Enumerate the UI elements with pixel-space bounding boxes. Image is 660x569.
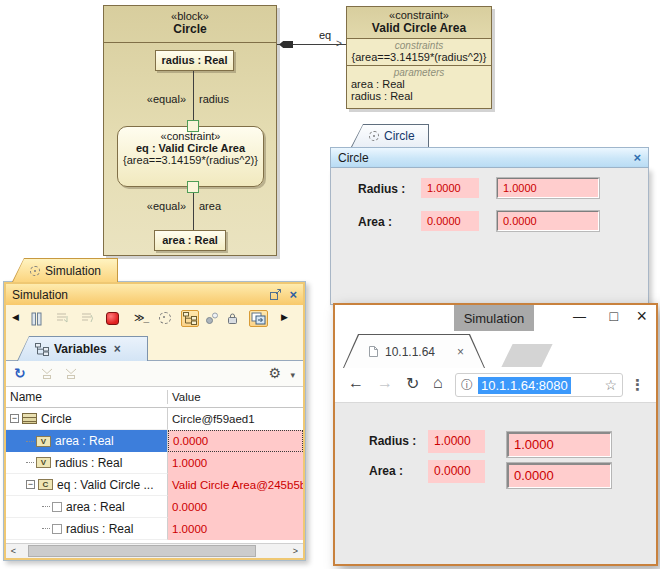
constraints-caption: constraints [347, 40, 491, 51]
chevron-down-icon[interactable]: ▾ [290, 370, 295, 380]
column-name[interactable]: Name [6, 390, 168, 404]
variables-tab-face: Variables × [18, 337, 147, 361]
forward-icon: → [377, 374, 393, 392]
step-into-icon[interactable] [56, 312, 71, 325]
maximize-button[interactable]: □ [610, 308, 618, 324]
radius-output-field: 1.0000 [421, 178, 479, 198]
table-row[interactable]: V radius : Real 1.0000 [6, 452, 303, 474]
console-icon[interactable]: ≫_ [134, 312, 148, 323]
scroll-left-icon[interactable]: < [6, 544, 21, 558]
scroll-right-icon[interactable]: > [288, 544, 303, 558]
table-row[interactable]: − C eq : Valid Circle ... Valid Circle A… [6, 474, 303, 496]
row-value[interactable]: Valid Circle Area@245b5bc [168, 474, 303, 496]
browser-window-title: Simulation [454, 305, 534, 331]
export-collapse-icon[interactable] [40, 367, 54, 380]
binding-connector-area[interactable] [193, 193, 194, 231]
toolbar-overflow-left-icon[interactable]: ◀ [12, 312, 19, 322]
address-bar[interactable]: ⓘ 10.1.1.64:8080 ☆ [455, 373, 623, 397]
tab-close-icon[interactable]: × [457, 345, 464, 359]
circle-panel-titlebar[interactable]: Circle × [330, 147, 649, 168]
info-icon[interactable]: ⓘ [461, 377, 473, 394]
radius-input-field[interactable]: 1.0000 [497, 178, 599, 198]
browser-window: Simulation — □ × 10.1.1.64 × ← → ↻ [333, 303, 658, 566]
instances-icon[interactable] [205, 312, 219, 325]
parameter-area: area : Real [347, 78, 491, 90]
close-button[interactable]: × [636, 306, 647, 327]
eq-connector-diamond [279, 41, 293, 48]
expander-icon[interactable]: − [26, 480, 35, 489]
parameter-icon [52, 502, 62, 512]
close-icon[interactable]: × [289, 288, 297, 301]
variables-table: Name Value − Circle Circle@f59aed1 [6, 387, 303, 543]
circle-panel-tab[interactable]: Circle [351, 124, 429, 147]
stop-icon[interactable] [106, 312, 119, 325]
table-row[interactable]: radius : Real 1.0000 [6, 518, 303, 540]
pause-icon[interactable] [30, 312, 43, 326]
part-area-label: area : Real [162, 234, 218, 246]
bookmark-star-icon[interactable]: ☆ [604, 377, 617, 393]
simulation-panel-tab[interactable]: Simulation [12, 258, 118, 282]
column-value[interactable]: Value [168, 391, 303, 403]
browser-menu-icon[interactable]: ⋮ [630, 376, 645, 394]
radius-output-field: 1.0000 [428, 430, 485, 453]
parameter-port-radius[interactable] [187, 120, 199, 132]
circle-panel: Circle Circle × Radius : 1.0000 1.0000 A… [330, 123, 649, 305]
home-icon[interactable]: ⌂ [433, 374, 443, 392]
float-window-icon[interactable] [270, 289, 282, 300]
circle-panel-tab-label: Circle [384, 129, 415, 143]
simulation-config-icon[interactable] [159, 312, 171, 324]
parameter-icon [52, 524, 62, 534]
parameters-caption: parameters [347, 67, 491, 78]
constraint-block[interactable]: «constraint» Valid Circle Area constrain… [346, 6, 492, 109]
row-value[interactable]: 1.0000 [168, 518, 303, 540]
simulation-config-icon [369, 131, 379, 141]
gear-icon[interactable]: ⚙ [268, 365, 281, 381]
screenshot-root: «block» Circle radius : Real «equal» rad… [0, 0, 660, 569]
expander-icon[interactable]: − [10, 414, 19, 423]
parameter-port-area[interactable] [187, 181, 199, 193]
minimize-button[interactable]: — [573, 309, 586, 324]
browser-tab[interactable]: 10.1.1.64 × [343, 334, 485, 368]
row-value[interactable]: Circle@f59aed1 [168, 408, 303, 430]
radius-label: Radius : [369, 434, 416, 448]
area-input-field[interactable]: 0.0000 [497, 211, 599, 231]
table-header[interactable]: Name Value [6, 387, 303, 408]
constraint-property[interactable]: «constraint» eq : Valid Circle Area {are… [117, 126, 264, 187]
open-ui-window-button[interactable] [249, 310, 268, 327]
block-circle-header: «block» Circle [104, 6, 276, 43]
export-expand-icon[interactable] [64, 367, 78, 380]
simulation-titlebar[interactable]: Simulation × [6, 284, 303, 305]
reload-icon[interactable]: ↻ [406, 374, 419, 393]
row-value[interactable]: 0.0000 [168, 496, 303, 518]
constraint-block-stereotype: «constraint» [347, 9, 491, 21]
horizontal-scrollbar[interactable]: < > [6, 543, 303, 558]
area-input-field[interactable]: 0.0000 [507, 463, 611, 488]
back-icon[interactable]: ← [348, 374, 364, 392]
url-text-selected[interactable]: 10.1.1.64:8080 [478, 377, 571, 394]
step-over-icon[interactable] [81, 312, 96, 325]
simulation-title: Simulation [12, 288, 68, 302]
refresh-icon[interactable]: ↻ [14, 365, 26, 381]
variables-tab[interactable]: Variables × [17, 336, 148, 361]
row-value[interactable]: 0.0000 [168, 430, 303, 452]
radius-input-field[interactable]: 1.0000 [507, 432, 611, 457]
table-row[interactable]: area : Real 0.0000 [6, 496, 303, 518]
part-area[interactable]: area : Real [154, 230, 226, 251]
row-value[interactable]: 1.0000 [168, 452, 303, 474]
constraint-property-name: eq : Valid Circle Area [118, 142, 263, 154]
close-icon[interactable]: × [633, 151, 641, 164]
binding-connector-radius[interactable] [193, 71, 194, 127]
new-tab-button[interactable] [501, 344, 552, 367]
table-row-selected[interactable]: V area : Real 0.0000 [6, 430, 303, 452]
part-radius-label: radius : Real [161, 54, 227, 66]
constraint-block-name: Valid Circle Area [347, 21, 491, 35]
close-icon[interactable]: × [114, 342, 121, 356]
value-property-icon: V [36, 436, 51, 447]
part-radius[interactable]: radius : Real [155, 50, 234, 71]
table-row[interactable]: − Circle Circle@f59aed1 [6, 408, 303, 430]
variables-view-button[interactable] [181, 310, 199, 327]
browser-tab-title: 10.1.1.64 [385, 345, 435, 359]
scrollbar-thumb[interactable] [28, 545, 256, 557]
lock-icon[interactable] [227, 312, 238, 325]
toolbar-overflow-right-icon[interactable]: ▶ [281, 312, 288, 322]
